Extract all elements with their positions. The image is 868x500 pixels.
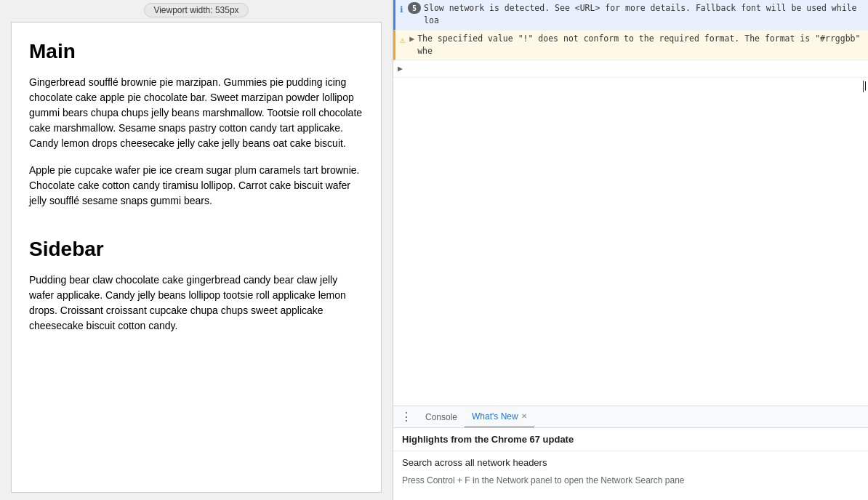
message-badge: 5	[408, 2, 421, 14]
warning-icon: ⚠	[400, 33, 405, 47]
whats-new-search-desc: Press Control + F in the Network panel t…	[393, 474, 868, 487]
console-tabs-bar: ⋮ Console What's New ✕	[393, 406, 868, 427]
whats-new-search-label: Search across all network headers	[393, 451, 868, 474]
devtools-panel: ℹ 5 Slow network is detected. See <URL> …	[393, 0, 868, 500]
text-cursor: |	[863, 81, 864, 92]
info-icon: ℹ	[400, 3, 403, 16]
tab-console[interactable]: Console	[418, 406, 465, 428]
main-paragraph-2: Apple pie cupcake wafer pie ice cream su…	[29, 163, 363, 209]
main-heading: Main	[29, 40, 363, 63]
viewport-label: Viewport width: 535px	[144, 3, 248, 17]
sub-arrow-icon[interactable]: ▶	[398, 62, 403, 75]
whats-new-header: Highlights from the Chrome 67 update	[393, 428, 868, 451]
console-row-arrow: ▶	[393, 60, 868, 78]
sidebar-heading: Sidebar	[29, 238, 363, 261]
sidebar-paragraph: Pudding bear claw chocolate cake gingerb…	[29, 273, 363, 334]
browser-frame: Main Gingerbread soufflé brownie pie mar…	[11, 22, 382, 493]
whats-new-panel: Highlights from the Chrome 67 update Sea…	[393, 427, 868, 500]
browser-viewport-panel: Viewport width: 535px Main Gingerbread s…	[0, 0, 393, 500]
console-row-info: ℹ 5 Slow network is detected. See <URL> …	[393, 0, 868, 31]
console-warning-text: The specified value "!" does not conform…	[417, 33, 864, 58]
main-paragraph-1: Gingerbread soufflé brownie pie marzipan…	[29, 75, 363, 151]
empty-console-area: |	[393, 78, 868, 95]
console-messages-area: ℹ 5 Slow network is detected. See <URL> …	[393, 0, 868, 406]
tab-whats-new[interactable]: What's New ✕	[465, 406, 534, 428]
console-info-text: Slow network is detected. See <URL> for …	[424, 2, 864, 28]
expand-arrow-icon[interactable]: ▶	[409, 33, 414, 45]
console-row-warning: ⚠ ▶ The specified value "!" does not con…	[393, 31, 868, 61]
tab-menu-icon[interactable]: ⋮	[398, 407, 415, 427]
tab-close-icon[interactable]: ✕	[521, 412, 527, 420]
